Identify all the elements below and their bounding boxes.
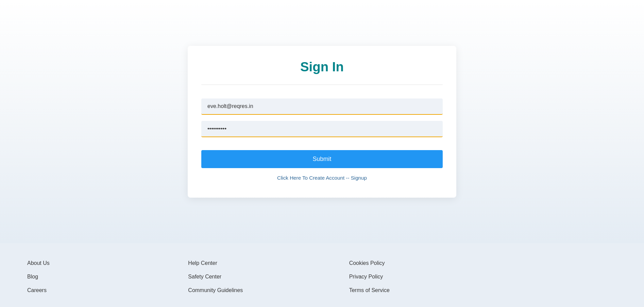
footer: About UsBlogCareers Help CenterSafety Ce… (0, 243, 644, 307)
divider (201, 85, 443, 85)
footer-link[interactable]: Community Guidelines (188, 287, 342, 293)
email-field[interactable] (201, 98, 443, 115)
signup-link[interactable]: Click Here To Create Account -- Signup (201, 175, 443, 181)
page-title: Sign In (201, 59, 443, 74)
footer-link[interactable]: Privacy Policy (349, 274, 503, 280)
footer-link[interactable]: Blog (27, 274, 181, 280)
footer-col-2: Help CenterSafety CenterCommunity Guidel… (188, 260, 342, 293)
footer-col-3: Cookies PolicyPrivacy PolicyTerms of Ser… (349, 260, 503, 293)
submit-button[interactable]: Submit (201, 150, 443, 168)
footer-link[interactable]: Safety Center (188, 274, 342, 280)
page-wrapper: Sign In Submit Click Here To Create Acco… (0, 0, 644, 243)
footer-link[interactable]: Careers (27, 287, 181, 293)
footer-col-1: About UsBlogCareers (27, 260, 181, 293)
email-group (201, 98, 443, 115)
footer-link[interactable]: About Us (27, 260, 181, 266)
footer-link[interactable]: Help Center (188, 260, 342, 266)
footer-link[interactable]: Terms of Service (349, 287, 503, 293)
password-group (201, 121, 443, 137)
signin-card: Sign In Submit Click Here To Create Acco… (188, 46, 456, 198)
password-field[interactable] (201, 121, 443, 137)
footer-link[interactable]: Cookies Policy (349, 260, 503, 266)
footer-grid: About UsBlogCareers Help CenterSafety Ce… (27, 260, 503, 293)
